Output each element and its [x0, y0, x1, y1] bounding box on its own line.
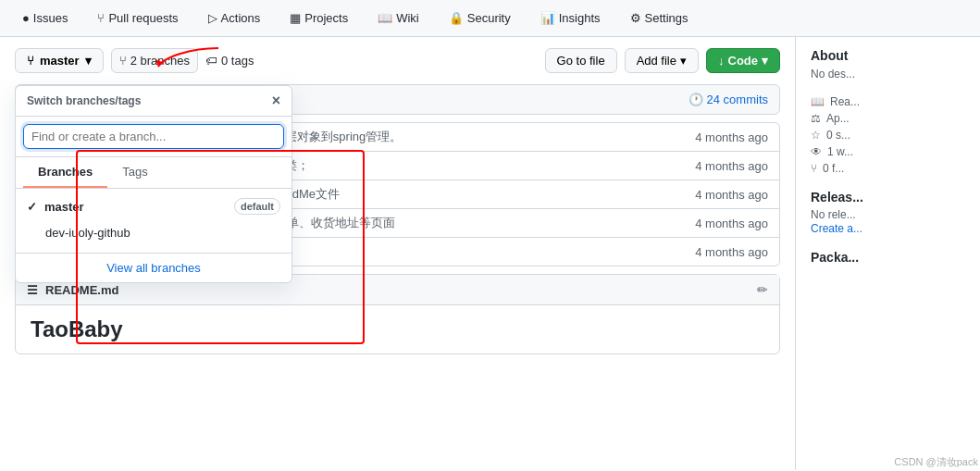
default-badge: default	[234, 198, 280, 215]
chevron-down-icon: ▾	[680, 54, 687, 68]
branches-count-link[interactable]: ⑂ 2 branches	[111, 48, 198, 73]
add-file-button[interactable]: Add file ▾	[625, 48, 699, 73]
nav-item-actions[interactable]: ▷ Actions	[201, 7, 268, 29]
stars-link[interactable]: ☆ 0 s...	[811, 129, 965, 142]
packages-title: Packa...	[811, 250, 965, 265]
readme-section: ☰ README.md ✏ TaoBaby	[15, 274, 780, 354]
content-area: ⑂ master ▾ ⑂ 2 branches 🏷 0 tags Go to f…	[0, 37, 795, 470]
issues-icon: ●	[22, 11, 30, 25]
eye-icon: 👁	[811, 145, 822, 158]
view-all-branches-link[interactable]: View all branches	[16, 253, 292, 282]
main-area: ⑂ master ▾ ⑂ 2 branches 🏷 0 tags Go to f…	[0, 37, 980, 470]
security-icon: 🔒	[449, 11, 464, 25]
file-time: 4 months ago	[695, 159, 768, 173]
branch-icon: ⑂	[27, 54, 34, 68]
actions-icon: ▷	[208, 11, 217, 25]
file-time: 4 months ago	[695, 130, 768, 144]
branch-button[interactable]: ⑂ master ▾	[15, 48, 104, 73]
switch-dropdown: Switch branches/tags × Branches Tags	[15, 85, 292, 283]
goto-file-button[interactable]: Go to file	[545, 48, 617, 73]
releases-title: Releas...	[811, 190, 965, 205]
watchers-link[interactable]: 👁 1 w...	[811, 145, 965, 158]
dropdown-header: Switch branches/tags ×	[16, 86, 292, 117]
file-time: 4 months ago	[695, 188, 768, 202]
tag-icon: 🏷	[205, 54, 217, 68]
releases-none: No rele...	[811, 208, 965, 221]
meta-section: 📖 Rea... ⚖ Ap... ☆ 0 s... 👁 1 w... ⑂ 0 f…	[811, 95, 965, 175]
tags-count-link[interactable]: 🏷 0 tags	[205, 54, 254, 68]
readme-link[interactable]: 📖 Rea...	[811, 95, 965, 108]
nav-item-pull-requests[interactable]: ⑂ Pull requests	[90, 7, 185, 29]
branch-item-dev[interactable]: dev-iuoly-github	[16, 220, 292, 245]
toolbar: ⑂ master ▾ ⑂ 2 branches 🏷 0 tags Go to f…	[15, 48, 780, 73]
fork-icon: ⑂	[811, 162, 817, 175]
dropdown-tabs: Branches Tags	[16, 157, 292, 189]
readme-title-row: ☰ README.md	[27, 283, 118, 297]
dropdown-close-button[interactable]: ×	[272, 93, 280, 108]
readme-icon: 📖	[811, 95, 825, 108]
projects-icon: ▦	[290, 11, 301, 25]
releases-section: Releas... No rele... Create a...	[811, 190, 965, 235]
branch-item-master[interactable]: ✓ master default	[16, 192, 292, 220]
star-icon: ☆	[811, 129, 821, 142]
code-icon: ↓	[718, 54, 725, 68]
about-title: About	[811, 48, 965, 63]
branches-icon: ⑂	[119, 54, 127, 68]
edit-icon[interactable]: ✏	[757, 282, 768, 297]
activity-link[interactable]: ⚖ Ap...	[811, 112, 965, 125]
settings-icon: ⚙	[630, 11, 641, 25]
wiki-icon: 📖	[378, 11, 392, 25]
code-button[interactable]: ↓ Code ▾	[706, 48, 780, 73]
tab-branches[interactable]: Branches	[23, 157, 107, 188]
readme-body: TaoBaby	[16, 305, 779, 353]
tab-tags[interactable]: Tags	[107, 157, 162, 188]
nav-item-settings[interactable]: ⚙ Settings	[623, 7, 696, 29]
readme-title: TaoBaby	[31, 316, 764, 342]
dropdown-search-area	[16, 117, 292, 157]
chevron-down-icon: ▾	[85, 54, 92, 68]
nav-item-insights[interactable]: 📊 Insights	[533, 7, 608, 29]
list-icon: ☰	[27, 283, 38, 297]
clock-icon: 🕐	[688, 93, 703, 106]
packages-section: Packa...	[811, 250, 965, 265]
commits-count-link[interactable]: 🕐 24 commits	[688, 93, 768, 106]
top-nav: ● Issues ⑂ Pull requests ▷ Actions ▦ Pro…	[0, 0, 980, 37]
branch-search-input[interactable]	[23, 124, 284, 149]
nav-item-wiki[interactable]: 📖 Wiki	[370, 7, 427, 29]
check-icon: ✓	[27, 200, 37, 214]
chevron-down-icon: ▾	[762, 54, 768, 68]
insights-icon: 📊	[540, 11, 555, 25]
nav-item-security[interactable]: 🔒 Security	[441, 7, 518, 29]
right-sidebar: About No des... 📖 Rea... ⚖ Ap... ☆ 0 s..…	[795, 37, 980, 470]
nav-item-issues[interactable]: ● Issues	[15, 7, 75, 29]
branch-list: ✓ master default dev-iuoly-github	[16, 189, 292, 249]
activity-icon: ⚖	[811, 112, 821, 125]
nav-item-projects[interactable]: ▦ Projects	[282, 7, 355, 29]
file-time: 4 months ago	[695, 245, 768, 259]
about-section: About No des...	[811, 48, 965, 81]
file-time: 4 months ago	[695, 217, 768, 230]
forks-link[interactable]: ⑂ 0 f...	[811, 162, 965, 175]
pull-requests-icon: ⑂	[97, 11, 105, 25]
about-desc: No des...	[811, 68, 855, 81]
create-release-link[interactable]: Create a...	[811, 222, 862, 235]
